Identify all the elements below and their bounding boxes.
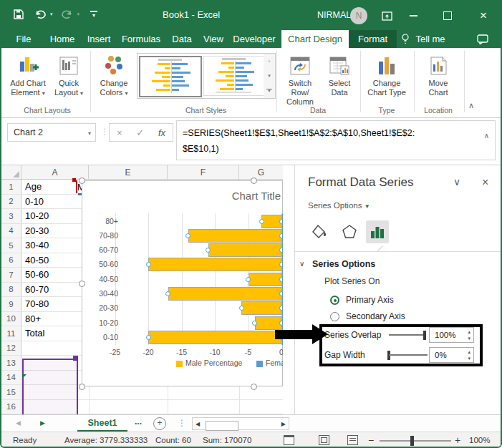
change-colors-button[interactable]: Change Colors ▾ bbox=[93, 52, 135, 98]
switch-row-column-button[interactable]: Switch Row/ Column bbox=[279, 52, 322, 107]
bar-male-50-60[interactable] bbox=[148, 258, 281, 271]
row-number[interactable]: 3 bbox=[1, 209, 21, 223]
tab-developer[interactable]: Developer bbox=[231, 30, 278, 48]
bar-male-20-30[interactable] bbox=[241, 301, 281, 315]
tab-data[interactable]: Data bbox=[168, 30, 196, 48]
page-layout-view-icon[interactable] bbox=[319, 435, 329, 445]
horizontal-scrollbar-thumb[interactable] bbox=[206, 421, 238, 431]
page-break-view-icon[interactable] bbox=[347, 435, 358, 445]
cell-a7[interactable]: 50-60 bbox=[21, 268, 89, 282]
series-options-tab[interactable] bbox=[366, 220, 389, 243]
cancel-icon[interactable]: × bbox=[117, 127, 122, 138]
insert-function-icon[interactable]: fx bbox=[158, 127, 165, 138]
column-header-g[interactable]: G bbox=[239, 165, 283, 180]
row-number[interactable]: 9 bbox=[1, 297, 21, 311]
bar-male-70-80[interactable] bbox=[188, 229, 281, 243]
row-number[interactable]: 8 bbox=[1, 283, 21, 297]
cell-a3[interactable]: 10-20 bbox=[21, 209, 89, 223]
tab-insert[interactable]: Insert bbox=[83, 30, 115, 48]
select-all-corner[interactable] bbox=[1, 165, 21, 180]
move-chart-button[interactable]: Move Chart bbox=[418, 52, 458, 97]
row-number[interactable]: 7 bbox=[1, 268, 21, 282]
name-box[interactable]: Chart 2 ▾ bbox=[7, 123, 96, 142]
section-chevron-icon[interactable]: ∨ bbox=[299, 260, 304, 268]
legend-label-male[interactable]: Male Percentage bbox=[185, 359, 242, 367]
sheet-nav-right-icon[interactable]: ▶ bbox=[40, 419, 45, 427]
status-count[interactable]: Count: 60 bbox=[155, 436, 191, 444]
hscroll-left-icon[interactable]: ◀ bbox=[196, 421, 200, 427]
row-number[interactable]: 10 bbox=[1, 312, 21, 326]
chart-resize-handle[interactable] bbox=[79, 177, 85, 184]
formula-input[interactable]: =SERIES(Sheet1!$E$1,Sheet1!$A$2:$A$10,Sh… bbox=[176, 120, 496, 160]
cell-a5[interactable]: 30-40 bbox=[21, 238, 89, 253]
status-average[interactable]: Average: 3779.333333 bbox=[64, 436, 148, 444]
normal-view-icon[interactable] bbox=[284, 435, 294, 445]
close-button[interactable]: × bbox=[473, 7, 494, 24]
row-number[interactable]: 16 bbox=[1, 400, 21, 414]
quick-layout-button[interactable]: Quick Layout ▾ bbox=[50, 52, 87, 98]
sheet-tab-active[interactable]: Sheet1 bbox=[77, 416, 127, 432]
cell-a11[interactable]: Total bbox=[21, 326, 89, 341]
primary-axis-radio[interactable] bbox=[330, 296, 339, 305]
bar-male-40-50[interactable] bbox=[248, 273, 282, 286]
status-sum[interactable]: Sum: 170070 bbox=[203, 436, 251, 444]
maximize-button[interactable] bbox=[437, 7, 458, 24]
formula-bar-handle[interactable]: ⋮ bbox=[100, 127, 109, 137]
pane-chevron-icon[interactable]: ∨ bbox=[453, 176, 460, 188]
enter-icon[interactable]: ✓ bbox=[136, 127, 144, 138]
secondary-axis-radio[interactable] bbox=[330, 312, 339, 321]
row-number[interactable]: 1 bbox=[1, 180, 21, 194]
cell-a2[interactable]: 0-10 bbox=[21, 195, 89, 209]
bar-male-80+[interactable] bbox=[261, 215, 281, 228]
sheet-nav-left-icon[interactable]: ◀ bbox=[16, 419, 21, 427]
chart-style-1[interactable] bbox=[139, 56, 202, 97]
add-chart-element-button[interactable]: Add Chart Element ▾ bbox=[7, 52, 49, 98]
change-chart-type-button[interactable]: Change Chart Type bbox=[364, 52, 410, 97]
chart-style-2[interactable] bbox=[203, 56, 265, 96]
tell-me-lightbulb-icon[interactable] bbox=[400, 30, 411, 48]
undo-icon[interactable] bbox=[33, 7, 47, 21]
column-header-e[interactable]: E bbox=[89, 165, 168, 180]
chart-resize-handle[interactable] bbox=[79, 281, 85, 287]
zoom-out-icon[interactable]: − bbox=[368, 434, 374, 446]
chart-title[interactable]: Chart Title bbox=[232, 190, 281, 202]
tab-home[interactable]: Home bbox=[46, 30, 79, 48]
bar-male-0-10[interactable] bbox=[148, 331, 281, 344]
select-data-button[interactable]: Select Data bbox=[322, 52, 357, 97]
gallery-down-icon[interactable]: ▾ bbox=[264, 69, 275, 84]
horizontal-scrollbar[interactable]: ◀ ▶ bbox=[192, 417, 289, 430]
name-box-caret-icon[interactable]: ▾ bbox=[88, 130, 91, 137]
series-options-section[interactable]: Series Options bbox=[312, 259, 375, 269]
row-number[interactable]: 2 bbox=[1, 195, 21, 209]
row-number[interactable]: 15 bbox=[1, 385, 21, 399]
effects-tab[interactable] bbox=[338, 220, 361, 243]
cell-a6[interactable]: 40-50 bbox=[21, 253, 89, 268]
column-header-a[interactable]: A bbox=[21, 165, 89, 180]
chart-resize-handle[interactable] bbox=[251, 177, 257, 184]
chart-object[interactable]: Chart Title -25-20-15-10-5080+70-8060-70… bbox=[82, 180, 283, 386]
bar-male-60-70[interactable] bbox=[208, 243, 281, 257]
cell-a4[interactable]: 20-30 bbox=[21, 224, 89, 238]
range-handle[interactable] bbox=[73, 356, 78, 361]
expand-formula-bar-icon[interactable]: ∧ bbox=[484, 128, 489, 144]
hscroll-right-icon[interactable]: ▶ bbox=[281, 421, 286, 427]
pane-close-icon[interactable]: × bbox=[482, 176, 488, 189]
column-header-f[interactable]: F bbox=[168, 165, 239, 180]
row-number[interactable]: 6 bbox=[1, 253, 21, 268]
tab-file[interactable]: File bbox=[10, 30, 37, 48]
save-icon[interactable] bbox=[11, 7, 26, 21]
gallery-up-icon[interactable]: ▴ bbox=[264, 54, 275, 69]
tab-formulas[interactable]: Formulas bbox=[117, 30, 165, 48]
gallery-more-icon[interactable]: ▾ bbox=[264, 83, 275, 98]
collapse-ribbon-icon[interactable]: ∧ bbox=[468, 101, 474, 110]
cell-a12[interactable] bbox=[21, 341, 89, 356]
zoom-level[interactable]: 100% bbox=[469, 436, 490, 444]
chart-resize-handle[interactable] bbox=[79, 384, 85, 390]
ribbon-display-options-icon[interactable] bbox=[376, 7, 397, 24]
avatar[interactable]: N bbox=[350, 7, 367, 24]
row-number[interactable]: 14 bbox=[1, 371, 21, 385]
undo-caret-icon[interactable]: ▾ bbox=[50, 11, 53, 17]
zoom-in-icon[interactable]: + bbox=[455, 434, 460, 446]
customize-quick-access-icon[interactable]: ▾ bbox=[87, 7, 101, 21]
tab-chart-design[interactable]: Chart Design bbox=[281, 30, 349, 48]
